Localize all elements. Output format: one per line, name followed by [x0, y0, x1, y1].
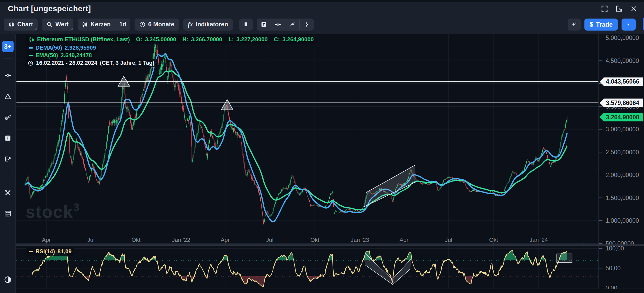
chart-type-button[interactable]: Chart: [4, 19, 38, 31]
svg-text:4.043,56066: 4.043,56066: [606, 78, 639, 85]
candlestick-icon: [82, 21, 88, 28]
dollar-icon: $: [590, 20, 593, 28]
sidebar-trendlines-tool[interactable]: [2, 111, 14, 123]
dema-line[interactable]: [25, 54, 567, 222]
svg-text:1.000,00000: 1.000,00000: [606, 217, 639, 224]
ema-legend[interactable]: EMA(50) 2.649,24478: [26, 51, 95, 60]
interval-label: 1d: [119, 21, 126, 28]
period-label: 6 Monate: [148, 21, 174, 28]
svg-text:Jan '24: Jan '24: [530, 237, 548, 243]
triangle-tool-icon: [4, 93, 11, 100]
divider: [3, 58, 13, 59]
collapse-panel-button[interactable]: [622, 19, 636, 31]
bookmark-group: [239, 19, 253, 31]
sidebar-layout-templates[interactable]: [2, 208, 14, 220]
svg-text:3.579,86064: 3.579,86064: [606, 99, 639, 106]
sidebar-horizontal-line-tool[interactable]: [2, 69, 14, 81]
svg-text:2.500,00000: 2.500,00000: [606, 149, 639, 156]
indicators-label: Indikatoren: [196, 21, 228, 28]
rsi-line[interactable]: [32, 249, 567, 287]
popout-button[interactable]: [615, 4, 624, 13]
vertical-line-tool-button[interactable]: [300, 19, 314, 31]
magic-tools-button[interactable]: [568, 19, 581, 31]
symbol-search-button[interactable]: Wert: [42, 19, 73, 31]
candlestick-icon: [8, 21, 15, 28]
text-box-icon: [261, 21, 267, 27]
high-value: 3.266,70000: [191, 36, 222, 43]
price-axis[interactable]: 5.000,000004.500,000004.000,000003.500,0…: [599, 34, 644, 293]
trendline-tool-button[interactable]: [285, 19, 299, 31]
panel-divider[interactable]: [16, 244, 644, 246]
rsi-oversold-fill: [32, 249, 567, 287]
sidebar-text-tool[interactable]: [2, 132, 14, 144]
app-window: 5.000,000004.500,000004.000,000003.500,0…: [0, 0, 644, 293]
sidebar-triangle-tool[interactable]: [2, 90, 14, 102]
triangle-annotation[interactable]: [118, 76, 130, 86]
daterange-legend[interactable]: 16.02.2021 - 28.02.2024 (CET, 3 Jahre, 1…: [25, 59, 157, 67]
interval-button[interactable]: 1d: [115, 19, 130, 31]
text-tool-icon: [4, 135, 11, 142]
candle-interval-group: Kerzen 1d: [78, 19, 131, 31]
bookmark-button[interactable]: [239, 19, 253, 31]
series-title: Ethereum ETH/USD (Bitfinex, Last): [37, 36, 130, 43]
svg-text:Jan '22: Jan '22: [172, 237, 190, 243]
popout-icon: [615, 5, 623, 13]
period-button[interactable]: 6 Monate: [135, 19, 179, 31]
range-label: 16.02.2021 - 28.02.2024: [36, 60, 97, 66]
right-panel-edge[interactable]: [643, 18, 644, 30]
bottom-strip: [16, 289, 644, 293]
kerzen-label: Kerzen: [91, 21, 111, 28]
rsi-panel[interactable]: [16, 249, 599, 287]
chart-button-label: Chart: [17, 21, 33, 28]
sidebar-tools[interactable]: [2, 187, 14, 199]
svg-text:2.000,00000: 2.000,00000: [606, 172, 639, 178]
triangle-annotation[interactable]: [221, 99, 233, 110]
trendline-icon: [289, 21, 295, 28]
horizontal-line-icon: [275, 21, 281, 28]
dema-legend[interactable]: DEMA(50) 2.928,95909: [26, 44, 98, 52]
trendlines-tool-icon: [4, 114, 11, 121]
window-top-strip: [0, 0, 644, 2]
rsi-overbought-fill: [32, 249, 567, 287]
time-axis[interactable]: AprJulOktJan '22AprJulOktJan '23AprJulOk…: [16, 237, 644, 293]
rsi-channel-annotation[interactable]: [365, 254, 411, 285]
dema-value: 2.928,95909: [65, 45, 96, 51]
candle-style-button[interactable]: Kerzen: [78, 19, 115, 31]
svg-text:1.500,00000: 1.500,00000: [606, 195, 639, 201]
horizontal-line-tool-button[interactable]: [271, 19, 285, 31]
indicators-button[interactable]: fx Indikatoren: [183, 19, 233, 31]
series-legend[interactable]: Ethereum ETH/USD (Bitfinex, Last) O:3.24…: [26, 36, 316, 44]
theme-toggle-icon: [4, 276, 12, 284]
open-label: O:: [136, 36, 142, 43]
left-triangle-icon: [626, 22, 631, 27]
svg-text:Okt: Okt: [310, 237, 319, 243]
tools-icon: [4, 189, 11, 196]
candles-layer: [25, 40, 567, 225]
trade-button[interactable]: $ Trade: [584, 19, 618, 31]
ema-line[interactable]: [25, 71, 567, 210]
svg-text:5.000,00000: 5.000,00000: [606, 34, 639, 41]
channel-annotation-fill[interactable]: [363, 165, 416, 207]
low-label: L:: [229, 36, 234, 43]
svg-text:Apr: Apr: [399, 237, 408, 243]
divider: [3, 176, 13, 176]
svg-text:Okt: Okt: [489, 237, 498, 243]
toolbar: Chart Wert Kerzen 1d 6 Monate fx Indikat…: [0, 15, 644, 34]
clock-icon: [28, 60, 33, 66]
rsi-value: 81,09: [57, 248, 72, 255]
svg-text:4.500,00000: 4.500,00000: [606, 57, 639, 64]
rsi-label: RSI(14): [36, 248, 55, 255]
fullscreen-icon: [601, 5, 608, 13]
close-button[interactable]: [629, 4, 638, 13]
sidebar-elliott-wave-tool[interactable]: [2, 153, 14, 165]
sidebar-theme-toggle[interactable]: [2, 274, 14, 286]
rsi-highlight-box[interactable]: [557, 254, 572, 262]
text-box-tool-button[interactable]: [257, 19, 271, 31]
rsi-legend[interactable]: RSI(14) 81,09: [26, 248, 74, 256]
stock3-plus-logo[interactable]: 3+: [2, 41, 14, 52]
svg-text:3.264,90000: 3.264,90000: [606, 114, 639, 121]
layout-templates-icon: [4, 210, 11, 217]
fullscreen-button[interactable]: [600, 4, 609, 13]
window-controls: [600, 4, 638, 13]
svg-text:Apr: Apr: [221, 237, 230, 243]
